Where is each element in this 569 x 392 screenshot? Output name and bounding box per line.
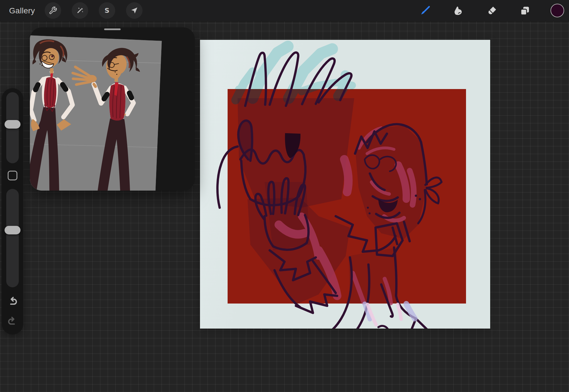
drawing-canvas[interactable] [200,40,490,329]
brush-icon [419,5,431,17]
erase-tool-button[interactable] [485,4,499,18]
move-arrow-icon [130,7,138,15]
top-toolbar: Gallery S [0,0,569,21]
eraser-icon [486,5,498,16]
undo-button[interactable] [6,295,19,308]
smudge-finger-icon [452,5,464,16]
brush-size-slider[interactable] [6,92,19,163]
paint-tool-button[interactable] [418,4,432,18]
gallery-button[interactable]: Gallery [9,0,35,21]
layers-button[interactable] [518,4,532,18]
modify-button[interactable] [8,171,17,180]
svg-text:S: S [104,7,109,15]
transform-button[interactable] [126,2,143,19]
color-swatch-button[interactable] [551,4,564,17]
s-ribbon-icon: S [103,6,111,15]
opacity-handle[interactable] [5,226,20,234]
sidebar [2,88,23,335]
reference-drag-handle[interactable] [104,28,121,30]
undo-icon [6,295,19,308]
redo-icon [6,315,19,328]
opacity-slider[interactable] [6,189,19,287]
adjustments-button[interactable] [72,2,88,19]
smudge-tool-button[interactable] [451,4,465,18]
layers-icon [519,5,531,16]
wrench-icon [49,6,57,15]
procreate-workspace: Gallery S [0,0,569,392]
reference-companion-window[interactable] [30,27,195,191]
redo-button[interactable] [6,315,19,328]
selection-button[interactable]: S [99,2,115,19]
reference-image [30,35,162,191]
brush-size-handle[interactable] [5,120,20,129]
magic-wand-icon [76,6,84,15]
actions-button[interactable] [45,2,61,19]
